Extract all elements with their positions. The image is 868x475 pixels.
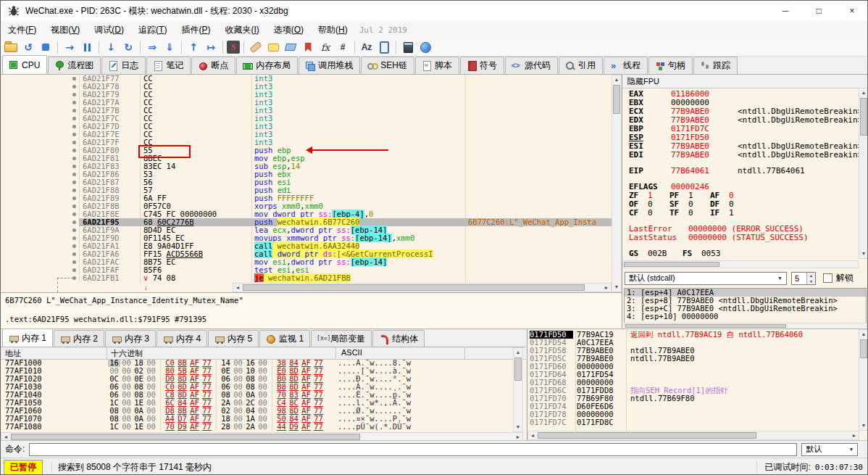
- arguments-panel[interactable]: 1: [esp+4] A0C17EEA2: [esp+8] 77B9ABE0 <…: [624, 288, 867, 323]
- calculator-icon[interactable]: [400, 39, 416, 55]
- hide-fpu-button[interactable]: 隐藏FPU: [622, 75, 868, 88]
- tab-references[interactable]: 引用: [559, 57, 603, 74]
- dump-header-hex[interactable]: 十六进制: [111, 348, 143, 359]
- tab-trace[interactable]: 跟踪: [693, 57, 738, 74]
- register-row[interactable]: EIP77B64061ntdll.77B64061: [629, 167, 858, 175]
- dump-header-ascii[interactable]: ASCII: [341, 348, 362, 357]
- registers-vertical-scrollbar[interactable]: ▲ ▼: [859, 88, 868, 259]
- tab-symbols[interactable]: 符号: [460, 57, 504, 74]
- tab-locals[interactable]: 局部变量: [311, 330, 372, 347]
- spin-down-icon[interactable]: ▼: [807, 278, 815, 284]
- maximize-button[interactable]: □: [802, 1, 835, 21]
- scroll-up-icon[interactable]: ▲: [859, 88, 868, 97]
- run-icon[interactable]: →: [62, 39, 78, 55]
- scrollbar-thumb[interactable]: [624, 262, 719, 267]
- disasm-row[interactable]: 6AD21FB1∨ 74 08je wechatwin.6AD21FBB: [1, 274, 612, 282]
- breakpoint-dot[interactable]: [72, 125, 76, 128]
- scrollbar-thumb[interactable]: [538, 432, 756, 439]
- register-row[interactable]: CF0TF0IF1: [629, 209, 858, 218]
- scrollbar-thumb[interactable]: [11, 434, 360, 440]
- tab-cpu[interactable]: CPU: [2, 55, 47, 74]
- register-row[interactable]: GS002BFS0053: [629, 249, 858, 258]
- tab-dump4[interactable]: 内存 4: [157, 330, 207, 347]
- register-row[interactable]: ZF1PF1AF0: [629, 191, 858, 200]
- breakpoint-dot[interactable]: [72, 244, 76, 248]
- stack-horizontal-scrollbar[interactable]: ◄ ►: [527, 431, 859, 440]
- dump-row[interactable]: 77AF10801C001E0070D9AF7728002A0044D9AF77…: [1, 423, 513, 431]
- stack-row[interactable]: 0171FD7C0171FD8C: [527, 418, 859, 426]
- breakpoint-dot[interactable]: [72, 77, 76, 80]
- restart-icon[interactable]: ↺: [20, 39, 36, 55]
- breakpoint-dot[interactable]: [72, 85, 76, 88]
- registers-pane[interactable]: 隐藏FPU EAX01186000EBX00000000ECX77B9ABE0<…: [622, 75, 868, 329]
- dump-header-address[interactable]: 地址: [5, 348, 21, 359]
- execute-till-return-icon[interactable]: ↑: [185, 39, 201, 55]
- stack-vertical-scrollbar[interactable]: ▲ ▼: [859, 329, 868, 431]
- animate-into-icon[interactable]: ⇒: [144, 39, 160, 55]
- breakpoint-dot[interactable]: [72, 149, 76, 152]
- scrollbar-thumb[interactable]: [860, 98, 867, 136]
- command-script-select[interactable]: 默认 ▼: [801, 443, 858, 456]
- breakpoint-dot[interactable]: [72, 93, 76, 96]
- scrollbar-thumb[interactable]: [860, 339, 867, 358]
- argument-count-stepper[interactable]: 5 ▲▼: [791, 272, 816, 285]
- scylla-icon[interactable]: S: [227, 41, 240, 54]
- register-row[interactable]: EAX01186000: [629, 90, 858, 99]
- scrollbar-thumb[interactable]: [613, 85, 620, 114]
- register-row[interactable]: EDX77B9ABE0<ntdll.DbgUiRemoteBreakin>: [629, 116, 858, 125]
- strings-icon[interactable]: Az: [359, 39, 375, 55]
- menu-help[interactable]: 帮助(H): [311, 22, 355, 38]
- registers-horizontal-scrollbar[interactable]: [622, 260, 859, 268]
- breakpoint-dot[interactable]: [72, 236, 76, 240]
- scroll-down-icon[interactable]: ▼: [612, 283, 621, 292]
- register-row[interactable]: LastStatus00000000 (STATUS_SUCCESS): [629, 234, 858, 242]
- disasm-vertical-scrollbar[interactable]: ▲ ▼: [612, 75, 622, 292]
- scrollbar-thumb[interactable]: [243, 284, 585, 291]
- register-row[interactable]: OF0SF0DF0: [629, 200, 858, 209]
- scroll-left-icon[interactable]: ◄: [233, 284, 242, 292]
- breakpoint-dot[interactable]: [72, 268, 76, 272]
- breakpoint-dot[interactable]: [72, 220, 76, 224]
- globe-icon[interactable]: [417, 39, 433, 55]
- scroll-right-icon[interactable]: ►: [850, 431, 859, 439]
- tab-dump2[interactable]: 内存 2: [54, 330, 104, 347]
- tab-watch1[interactable]: 监视 1: [259, 330, 310, 347]
- register-row[interactable]: EFLAGS00000246: [629, 183, 858, 191]
- menu-file[interactable]: 文件(F): [1, 22, 43, 38]
- scroll-down-icon[interactable]: ▼: [859, 421, 868, 430]
- scroll-left-icon[interactable]: ◄: [528, 431, 537, 439]
- tab-script[interactable]: 脚本: [415, 57, 459, 74]
- menu-favourites[interactable]: 收藏夹(I): [217, 22, 266, 38]
- register-row[interactable]: EBP0171FD7C: [629, 125, 858, 133]
- hash-icon[interactable]: #: [335, 39, 351, 55]
- argument-row[interactable]: 4: [esp+10] 00000000: [625, 313, 866, 321]
- breakpoint-dot[interactable]: [72, 205, 76, 208]
- breakpoint-dot[interactable]: [72, 157, 76, 160]
- stack-pane[interactable]: 0171FD5077B9AC19返回到 ntdll.77B9AC19 自 ntd…: [527, 329, 868, 441]
- breakpoint-dot[interactable]: [72, 181, 76, 184]
- breakpoint-dot[interactable]: [72, 189, 76, 192]
- disassembly-pane[interactable]: 6AD21F77CCint36AD21F78CCint36AD21F79CCin…: [1, 75, 622, 329]
- stop-icon[interactable]: [38, 39, 54, 55]
- scroll-up-icon[interactable]: ▲: [859, 330, 868, 339]
- calling-convention-select[interactable]: 默认 (stdcall) ▼: [625, 272, 787, 285]
- tab-dump3[interactable]: 内存 3: [105, 330, 156, 347]
- tab-log[interactable]: 日志: [101, 57, 146, 74]
- tab-threads[interactable]: 线程: [604, 57, 648, 74]
- menu-view[interactable]: 视图(V): [43, 22, 87, 38]
- breakpoint-dot[interactable]: [72, 228, 76, 232]
- breakpoint-dot[interactable]: [72, 141, 76, 144]
- breakpoint-dot[interactable]: [72, 117, 76, 120]
- menu-debug[interactable]: 调试(D): [87, 22, 131, 38]
- tab-dump5[interactable]: 内存 5: [208, 330, 259, 347]
- open-file-icon[interactable]: [3, 39, 19, 55]
- breakpoint-dot[interactable]: [72, 212, 76, 216]
- tab-graph[interactable]: 流程图: [48, 57, 101, 74]
- tab-breakpoints[interactable]: 断点: [191, 57, 235, 74]
- step-into-icon[interactable]: ↓: [103, 39, 119, 55]
- step-over-icon[interactable]: ↻: [120, 39, 136, 55]
- attach-icon[interactable]: [376, 39, 392, 55]
- breakpoint-dot[interactable]: [72, 252, 76, 256]
- scroll-down-icon[interactable]: ▼: [859, 249, 868, 258]
- scroll-right-icon[interactable]: ►: [602, 284, 611, 292]
